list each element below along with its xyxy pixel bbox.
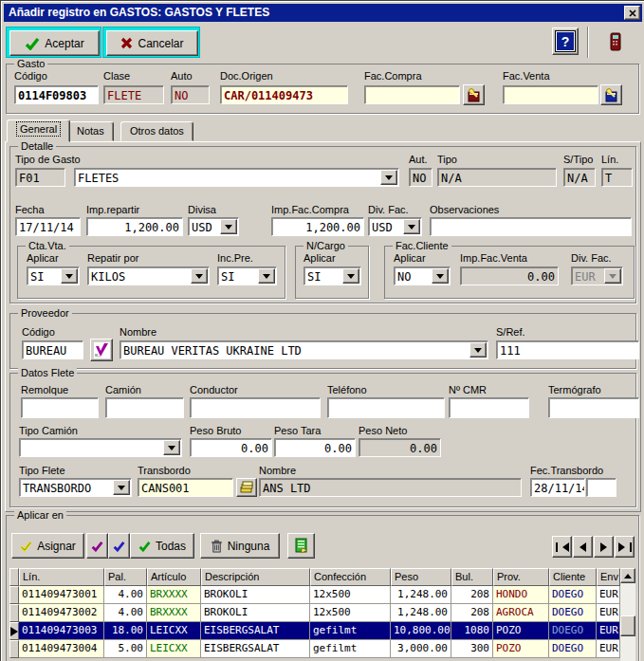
cta-vta-aplicar-dropdown[interactable]: SI [27,266,80,285]
exit-button[interactable] [601,28,630,55]
telefono-field[interactable] [327,397,445,418]
telefono-label: Teléfono [327,384,367,395]
tab-otros-datos[interactable]: Otros datos [120,121,193,141]
blue-check-icon [113,541,125,552]
scrollbar-thumb[interactable] [620,615,635,636]
dropdown-arrow-icon[interactable] [403,219,420,234]
copy-lines-button[interactable] [287,533,315,559]
remolque-label: Remolque [21,384,68,395]
termografo-field[interactable] [548,397,639,418]
dropdown-arrow-icon[interactable] [258,268,275,284]
table-vertical-scrollbar[interactable] [620,568,635,661]
inc-pre-dropdown[interactable]: SI [217,266,277,285]
fac-cliente-aplicar-dropdown[interactable]: NO [394,266,451,285]
tab-notas-label: Notas [77,125,104,137]
group-cta-vta: Cta.Vta. Aplicar Repatir por Inc.Pre. SI… [17,246,285,299]
gasto-fac-compra-field[interactable] [364,85,460,104]
close-button[interactable] [624,6,640,20]
gasto-fac-venta-field[interactable] [503,85,598,104]
imp-repartir-field[interactable]: 1,200.00 [86,217,183,236]
divisa-dropdown[interactable]: USD [188,217,239,236]
camion-field[interactable] [105,397,184,418]
tipo-camion-dropdown[interactable] [19,438,182,457]
dropdown-arrow-icon[interactable] [432,268,449,284]
tipo-flete-label: Tipo Flete [19,465,65,476]
n-cmr-field[interactable] [449,397,529,418]
check-purple-button[interactable] [86,533,108,559]
gasto-doc-origen-field[interactable]: CAR/011409473 [220,85,348,104]
asignar-button[interactable]: Asignar [11,533,84,559]
nav-next-button[interactable] [594,536,614,558]
proveedor-nombre-dropdown[interactable]: BUREAU VERITAS UKRAINE LTD [120,340,488,359]
cell-pal: 4.00 [104,604,147,622]
check-blue-button[interactable] [108,533,130,559]
table-row[interactable]: 011409473002 4.00 BRXXXX BROKOLI 12x500 … [9,604,635,622]
fac-compra-lookup-button[interactable] [463,84,485,105]
nav-last-button[interactable] [615,536,635,558]
magenta-check-logo-icon [94,342,110,358]
cell-peso: 1,248.00 [391,586,451,604]
table-row[interactable]: 011409473001 4.00 BRXXXX BROKOLI 12x500 … [9,586,635,604]
title-bar[interactable]: Añadir registro en GASTOS: GASTOS Y FLET… [4,4,642,22]
row-selector[interactable] [9,586,19,604]
aut-field: NO [409,168,432,187]
conductor-field[interactable] [190,397,321,418]
dropdown-arrow-icon[interactable] [61,268,78,284]
ninguna-button[interactable]: Ninguna [200,533,280,559]
dropdown-arrow-icon[interactable] [163,440,180,455]
row-selector[interactable] [9,640,19,658]
fec-transbordo-extra-field[interactable] [586,478,616,497]
row-selector[interactable] [9,622,19,640]
help-button[interactable]: ? [552,28,579,55]
accept-button[interactable]: Aceptar [9,30,100,56]
observaciones-field[interactable] [430,217,632,236]
imp-fac-compra-label: Imp.Fac.Compra [271,204,349,215]
yellow-check-icon [20,541,32,552]
inc-pre-label: Inc.Pre. [217,252,253,264]
nav-prev-button[interactable] [573,536,593,558]
repartir-por-dropdown[interactable]: KILOS [87,266,210,285]
nav-first-button[interactable] [552,536,572,558]
dropdown-arrow-icon[interactable] [380,170,397,185]
fac-venta-lookup-button[interactable] [600,84,622,105]
table-row[interactable]: 011409473004 5.00 LEICXX EISBERGSALAT ge… [9,640,635,658]
dropdown-arrow-icon[interactable] [469,342,487,358]
peso-tara-field[interactable]: 0.00 [274,438,356,457]
dropdown-arrow-icon[interactable] [342,268,359,284]
transbordo-field[interactable]: CANS001 [138,478,233,497]
lin-label: Lín. [601,154,618,165]
n-cargo-aplicar-dropdown[interactable]: SI [304,266,361,285]
table-row-selected[interactable]: 011409473003 18.00 LEICXX EISBERGSALAT g… [9,622,635,640]
peso-bruto-field[interactable]: 0.00 [190,438,272,457]
div-fac-dropdown[interactable]: USD [368,217,422,236]
todas-button[interactable]: Todas [130,533,194,559]
tipo-flete-dropdown[interactable]: TRANSBORDO [19,478,132,497]
s-ref-field[interactable]: 111 [496,340,639,359]
blue-book-icon [604,88,618,102]
tipo-gasto-dropdown[interactable]: FLETES [74,168,399,187]
remolque-field[interactable] [21,397,99,418]
dropdown-arrow-icon[interactable] [191,268,208,284]
tab-notas[interactable]: Notas [67,121,114,141]
dropdown-arrow-icon[interactable] [220,219,237,234]
proveedor-codigo-field[interactable]: BUREAU [22,340,83,359]
dropdown-arrow-icon[interactable] [113,480,130,495]
header-cliente: Cliente [549,568,597,586]
group-proveedor-title: Proveedor [18,307,72,319]
fecha-label: Fecha [15,204,45,215]
transbordo-lookup-button[interactable] [236,478,257,497]
proveedor-lookup-button[interactable] [90,339,113,361]
fecha-field[interactable]: 17/11/14 [15,217,81,236]
tab-general[interactable]: General [7,119,70,142]
cancel-button[interactable]: Cancelar [106,30,198,56]
row-selector[interactable] [9,604,19,622]
imp-fac-compra-field[interactable]: 1,200.00 [271,217,364,236]
group-n-cargo-title: N/Cargo [304,240,348,251]
gasto-codigo-field[interactable]: 0114F09803 [14,85,99,104]
fec-transbordo-field[interactable]: 28/11/14 [530,478,585,497]
cell-cliente: DOEGO [549,622,597,640]
scroll-up-button[interactable] [620,568,635,583]
table-header-row: Lín. Pal. Artículo Descripción Confecció… [9,568,635,586]
fac-cliente-aplicar-label: Aplicar [394,252,426,264]
cell-bul: 300 [451,640,493,658]
